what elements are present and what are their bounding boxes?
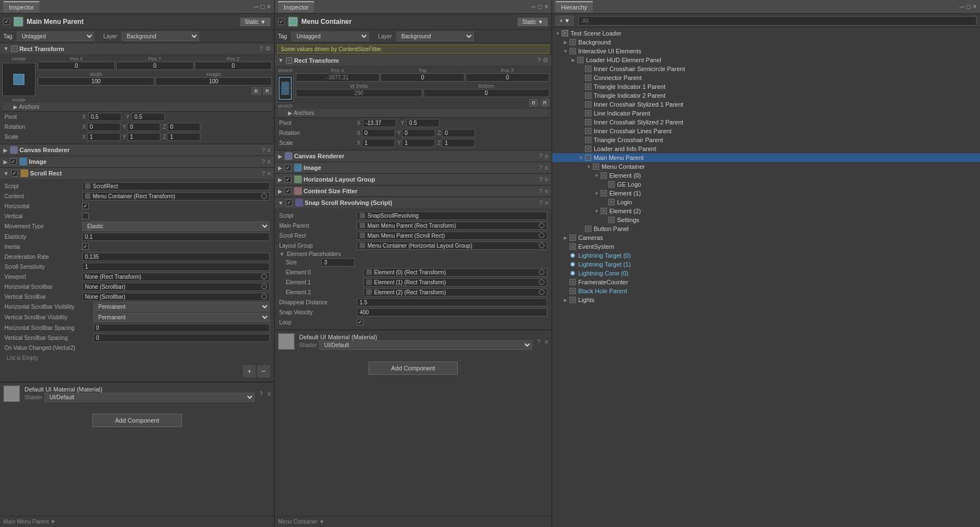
tree-item[interactable]: Inner Crosshair Semicircle Parent: [552, 64, 980, 73]
scroll-rect-add-btn[interactable]: +: [243, 365, 255, 377]
right-rt-rot-x[interactable]: [362, 129, 395, 137]
rt-rot-x[interactable]: [87, 123, 120, 131]
tree-expand-arrow[interactable]: ▼: [554, 31, 561, 36]
right-hlayout-menu[interactable]: ≡: [545, 176, 548, 183]
left-object-active-checkbox[interactable]: [3, 18, 10, 25]
right-csf-header[interactable]: ▶ Content Size Fitter ? ≡: [275, 185, 552, 197]
snap-velocity-input[interactable]: [357, 308, 547, 317]
right-material-help[interactable]: ?: [537, 338, 540, 345]
scroll-rect-inertia-checkbox[interactable]: [82, 243, 89, 250]
scroll-rect-enabled-checkbox[interactable]: [11, 170, 18, 177]
rt-pivot-x[interactable]: [88, 113, 122, 121]
right-hlayout-enabled[interactable]: [285, 176, 291, 183]
right-rt-top-input[interactable]: [381, 73, 464, 82]
right-rt-settings[interactable]: ⚙: [543, 57, 548, 64]
tree-item[interactable]: Button Panel: [552, 224, 980, 233]
right-add-component-button[interactable]: Add Component: [368, 362, 458, 375]
right-bottom-arrow[interactable]: ▼: [319, 519, 325, 525]
tree-expand-arrow[interactable]: ▼: [562, 49, 569, 54]
right-canvas-renderer-header[interactable]: ▶ Canvas Renderer ? ≡: [275, 150, 552, 162]
elem-1-circle-btn[interactable]: [539, 279, 544, 285]
maximize-icon[interactable]: □: [261, 3, 265, 11]
left-rect-transform-header[interactable]: ▼ Rect Transform ? ⚙: [0, 43, 274, 54]
rect-transform-help-icon[interactable]: ?: [260, 45, 263, 52]
right-hlayout-help[interactable]: ?: [539, 176, 542, 183]
right-rt-scale-x[interactable]: [362, 139, 395, 147]
left-bottom-arrow[interactable]: ▼: [50, 519, 56, 525]
tree-item[interactable]: ▼Element (0): [552, 171, 980, 180]
rt-reset-btn[interactable]: R: [263, 87, 272, 95]
right-image-menu[interactable]: ≡: [545, 164, 548, 171]
hierarchy-minimize-icon[interactable]: ─: [959, 3, 964, 11]
hierarchy-tab[interactable]: Hierarchy: [555, 1, 593, 12]
hierarchy-search-input[interactable]: [578, 16, 977, 26]
tree-item[interactable]: Lightning Cone (0): [552, 269, 980, 278]
right-image-help[interactable]: ?: [539, 164, 542, 171]
scroll-rect-script-field[interactable]: ScrollRect: [82, 182, 270, 190]
hscrollbar-circle-btn[interactable]: [261, 284, 267, 289]
left-inspector-tab[interactable]: Inspector: [3, 1, 39, 12]
rt-height-input[interactable]: [155, 77, 272, 86]
tree-item[interactable]: ▼Element (1): [552, 189, 980, 198]
right-rt-help[interactable]: ?: [537, 57, 540, 64]
tree-item[interactable]: ▼Interactive UI Elements: [552, 47, 980, 56]
right-rect-transform-header[interactable]: ▼ Rect Transform ? ⚙: [275, 55, 552, 66]
main-parent-circle-btn[interactable]: [539, 223, 544, 228]
left-scroll-rect-header[interactable]: ▼ Scroll Rect ? ≡: [0, 168, 274, 179]
left-material-menu[interactable]: ≡: [267, 390, 271, 397]
right-rt-posz-input[interactable]: [466, 73, 549, 82]
elem-2-field[interactable]: Element (2) (Rect Transform): [363, 288, 547, 297]
tree-item[interactable]: Inner Crosshair Stylized 2 Parent: [552, 118, 980, 127]
snap-scroll-rect-field[interactable]: Main Menu Parent (Scroll Rect): [357, 232, 547, 240]
right-rt-scale-y[interactable]: [402, 139, 435, 147]
tree-item[interactable]: ▶Loader HUD Element Panel: [552, 56, 980, 64]
right-object-active-checkbox[interactable]: [278, 18, 285, 25]
rt-posz-input[interactable]: [195, 62, 272, 70]
tree-item[interactable]: GE Logo: [552, 180, 980, 189]
tree-item[interactable]: ▼Main Menu Parent: [552, 153, 980, 162]
elem-0-circle-btn[interactable]: [539, 269, 544, 275]
rt-scale-y[interactable]: [127, 133, 160, 141]
tree-expand-arrow[interactable]: ▼: [578, 155, 584, 160]
elem-1-field[interactable]: Element (1) (Rect Transform): [363, 278, 547, 287]
tree-expand-arrow[interactable]: ▼: [593, 191, 600, 196]
rect-transform-settings-icon[interactable]: ⚙: [265, 45, 271, 52]
rt-posx-input[interactable]: [38, 62, 115, 70]
scroll-rect-menu[interactable]: ≡: [267, 170, 271, 177]
tree-item[interactable]: EventSystem: [552, 242, 980, 251]
right-csf-enabled[interactable]: [285, 188, 291, 194]
right-image-header[interactable]: ▶ Image ? ≡: [275, 162, 552, 173]
scroll-rect-movement-select[interactable]: Elastic: [82, 222, 270, 231]
tree-item[interactable]: Lightning Target (0): [552, 251, 980, 260]
rt-rot-y[interactable]: [127, 123, 160, 131]
elem-placeholders-header[interactable]: ▼ Element Placeholders: [277, 250, 549, 258]
rt-width-input[interactable]: [38, 77, 154, 86]
tree-item[interactable]: Black Hole Parent: [552, 287, 980, 295]
right-material-menu[interactable]: ≡: [545, 338, 548, 345]
right-rt-blueprint-btn[interactable]: B: [529, 99, 538, 107]
scroll-rect-content-field[interactable]: Menu Container (Rect Transform): [82, 192, 270, 200]
elem-2-circle-btn[interactable]: [539, 289, 544, 295]
tree-item[interactable]: Settings: [552, 215, 980, 224]
left-image-header[interactable]: ▶ Image ? ≡: [0, 156, 274, 167]
left-add-component-button[interactable]: Add Component: [92, 414, 182, 427]
rt-blueprint-btn[interactable]: B: [251, 87, 260, 95]
canvas-renderer-help[interactable]: ?: [261, 147, 265, 153]
right-csf-menu[interactable]: ≡: [545, 188, 548, 194]
elem-0-field[interactable]: Element (0) (Rect Transform): [363, 268, 547, 277]
tree-item[interactable]: Triangle Indicator 1 Parent: [552, 82, 980, 91]
right-inspector-tab[interactable]: Inspector: [278, 1, 314, 12]
tree-expand-arrow[interactable]: ▶: [570, 58, 577, 63]
scroll-rect-hspacing-input[interactable]: [93, 324, 270, 332]
tree-expand-arrow[interactable]: ▼: [585, 164, 592, 169]
tree-item[interactable]: ▼Element (2): [552, 207, 980, 215]
right-minimize-icon[interactable]: ─: [531, 3, 536, 11]
minimize-icon[interactable]: ─: [254, 3, 259, 11]
right-image-enabled-checkbox[interactable]: [285, 164, 291, 171]
right-close-icon[interactable]: ×: [544, 3, 548, 11]
scroll-rect-help[interactable]: ?: [261, 170, 265, 177]
scroll-rect-vspacing-input[interactable]: [93, 334, 270, 342]
right-hlayout-header[interactable]: ▶ Horizontal Layout Group ? ≡: [275, 174, 552, 185]
tree-expand-arrow[interactable]: ▶: [562, 298, 569, 303]
rt-pivot-y[interactable]: [132, 113, 165, 121]
